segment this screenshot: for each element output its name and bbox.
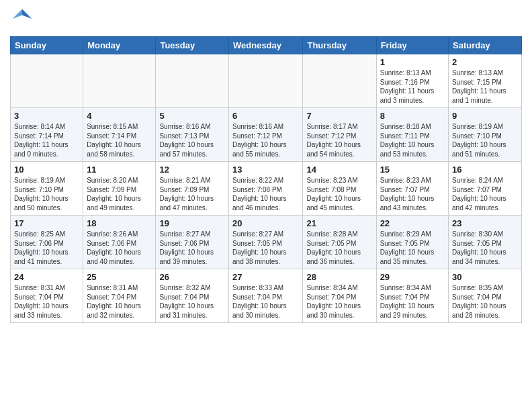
svg-marker-0 <box>22 9 32 19</box>
calendar-day-cell: 2Sunrise: 8:13 AM Sunset: 7:15 PM Daylig… <box>449 54 522 108</box>
day-number: 9 <box>452 111 518 121</box>
day-number: 26 <box>159 272 225 282</box>
day-number: 8 <box>380 111 445 121</box>
day-number: 23 <box>452 218 518 228</box>
day-number: 7 <box>306 111 372 121</box>
day-info: Sunrise: 8:27 AM Sunset: 7:05 PM Dayligh… <box>232 230 299 266</box>
day-info: Sunrise: 8:26 AM Sunset: 7:06 PM Dayligh… <box>87 230 152 266</box>
day-number: 24 <box>14 272 79 282</box>
calendar-day-cell: 27Sunrise: 8:33 AM Sunset: 7:04 PM Dayli… <box>229 269 303 323</box>
day-info: Sunrise: 8:15 AM Sunset: 7:14 PM Dayligh… <box>87 122 152 158</box>
day-number: 30 <box>452 272 518 282</box>
day-number: 4 <box>87 111 152 121</box>
day-info: Sunrise: 8:19 AM Sunset: 7:10 PM Dayligh… <box>14 176 79 212</box>
calendar-day-cell: 11Sunrise: 8:20 AM Sunset: 7:09 PM Dayli… <box>83 162 156 216</box>
calendar-day-header: Monday <box>83 37 156 54</box>
day-number: 5 <box>159 111 225 121</box>
logo-icon <box>10 7 34 31</box>
day-info: Sunrise: 8:34 AM Sunset: 7:04 PM Dayligh… <box>306 283 372 320</box>
day-info: Sunrise: 8:20 AM Sunset: 7:09 PM Dayligh… <box>87 176 152 212</box>
day-number: 1 <box>380 57 445 67</box>
calendar-day-cell: 1Sunrise: 8:13 AM Sunset: 7:16 PM Daylig… <box>376 54 448 108</box>
svg-marker-1 <box>13 9 22 19</box>
day-number: 6 <box>232 111 299 121</box>
calendar-day-cell: 13Sunrise: 8:22 AM Sunset: 7:08 PM Dayli… <box>229 162 303 216</box>
calendar-week-row: 24Sunrise: 8:31 AM Sunset: 7:04 PM Dayli… <box>11 269 522 323</box>
calendar-day-cell: 24Sunrise: 8:31 AM Sunset: 7:04 PM Dayli… <box>11 269 83 323</box>
day-number: 19 <box>159 218 225 228</box>
day-number: 11 <box>87 165 152 175</box>
calendar-day-cell: 29Sunrise: 8:34 AM Sunset: 7:04 PM Dayli… <box>376 269 448 323</box>
calendar-day-cell: 17Sunrise: 8:25 AM Sunset: 7:06 PM Dayli… <box>11 216 83 269</box>
day-number: 25 <box>87 272 152 282</box>
calendar-day-cell: 18Sunrise: 8:26 AM Sunset: 7:06 PM Dayli… <box>83 216 156 269</box>
calendar-day-cell: 14Sunrise: 8:23 AM Sunset: 7:08 PM Dayli… <box>303 162 376 216</box>
calendar-day-header: Thursday <box>303 37 376 54</box>
calendar-day-header: Friday <box>376 37 448 54</box>
day-info: Sunrise: 8:16 AM Sunset: 7:13 PM Dayligh… <box>159 122 225 158</box>
calendar-day-cell: 7Sunrise: 8:17 AM Sunset: 7:12 PM Daylig… <box>303 108 376 162</box>
day-info: Sunrise: 8:30 AM Sunset: 7:05 PM Dayligh… <box>452 230 518 266</box>
day-number: 29 <box>380 272 445 282</box>
calendar-week-row: 3Sunrise: 8:14 AM Sunset: 7:14 PM Daylig… <box>11 108 522 162</box>
day-info: Sunrise: 8:22 AM Sunset: 7:08 PM Dayligh… <box>232 176 299 212</box>
page: SundayMondayTuesdayWednesdayThursdayFrid… <box>0 0 532 330</box>
day-number: 28 <box>306 272 372 282</box>
calendar-day-cell: 26Sunrise: 8:32 AM Sunset: 7:04 PM Dayli… <box>156 269 229 323</box>
calendar-day-cell: 8Sunrise: 8:18 AM Sunset: 7:11 PM Daylig… <box>376 108 448 162</box>
calendar-day-cell: 15Sunrise: 8:23 AM Sunset: 7:07 PM Dayli… <box>376 162 448 216</box>
calendar-week-row: 10Sunrise: 8:19 AM Sunset: 7:10 PM Dayli… <box>11 162 522 216</box>
day-info: Sunrise: 8:14 AM Sunset: 7:14 PM Dayligh… <box>14 122 79 158</box>
calendar-day-cell <box>11 54 83 108</box>
day-number: 22 <box>380 218 445 228</box>
calendar-day-cell: 19Sunrise: 8:27 AM Sunset: 7:06 PM Dayli… <box>156 216 229 269</box>
calendar-day-header: Wednesday <box>229 37 303 54</box>
calendar-day-cell: 25Sunrise: 8:31 AM Sunset: 7:04 PM Dayli… <box>83 269 156 323</box>
day-number: 2 <box>452 57 518 67</box>
day-info: Sunrise: 8:16 AM Sunset: 7:12 PM Dayligh… <box>232 122 299 158</box>
day-info: Sunrise: 8:28 AM Sunset: 7:05 PM Dayligh… <box>306 230 372 266</box>
day-number: 12 <box>159 165 225 175</box>
calendar-day-cell <box>83 54 156 108</box>
day-info: Sunrise: 8:33 AM Sunset: 7:04 PM Dayligh… <box>232 283 299 320</box>
day-info: Sunrise: 8:32 AM Sunset: 7:04 PM Dayligh… <box>159 283 225 320</box>
day-info: Sunrise: 8:17 AM Sunset: 7:12 PM Dayligh… <box>306 122 372 158</box>
day-number: 21 <box>306 218 372 228</box>
day-number: 13 <box>232 165 299 175</box>
calendar-day-cell: 12Sunrise: 8:21 AM Sunset: 7:09 PM Dayli… <box>156 162 229 216</box>
calendar-week-row: 17Sunrise: 8:25 AM Sunset: 7:06 PM Dayli… <box>11 216 522 269</box>
calendar-week-row: 1Sunrise: 8:13 AM Sunset: 7:16 PM Daylig… <box>11 54 522 108</box>
day-info: Sunrise: 8:19 AM Sunset: 7:10 PM Dayligh… <box>452 122 518 158</box>
calendar-day-cell <box>156 54 229 108</box>
calendar-day-cell: 20Sunrise: 8:27 AM Sunset: 7:05 PM Dayli… <box>229 216 303 269</box>
day-info: Sunrise: 8:23 AM Sunset: 7:07 PM Dayligh… <box>380 176 445 212</box>
day-info: Sunrise: 8:13 AM Sunset: 7:15 PM Dayligh… <box>452 68 518 105</box>
day-info: Sunrise: 8:34 AM Sunset: 7:04 PM Dayligh… <box>380 283 445 320</box>
calendar-day-cell: 21Sunrise: 8:28 AM Sunset: 7:05 PM Dayli… <box>303 216 376 269</box>
calendar-day-cell: 4Sunrise: 8:15 AM Sunset: 7:14 PM Daylig… <box>83 108 156 162</box>
calendar-day-cell: 22Sunrise: 8:29 AM Sunset: 7:05 PM Dayli… <box>376 216 448 269</box>
day-info: Sunrise: 8:13 AM Sunset: 7:16 PM Dayligh… <box>380 68 445 105</box>
day-info: Sunrise: 8:31 AM Sunset: 7:04 PM Dayligh… <box>14 283 79 320</box>
day-info: Sunrise: 8:18 AM Sunset: 7:11 PM Dayligh… <box>380 122 445 158</box>
calendar-day-cell: 23Sunrise: 8:30 AM Sunset: 7:05 PM Dayli… <box>449 216 522 269</box>
calendar-day-cell: 5Sunrise: 8:16 AM Sunset: 7:13 PM Daylig… <box>156 108 229 162</box>
day-number: 3 <box>14 111 79 121</box>
day-info: Sunrise: 8:35 AM Sunset: 7:04 PM Dayligh… <box>452 283 518 320</box>
calendar-day-cell: 9Sunrise: 8:19 AM Sunset: 7:10 PM Daylig… <box>449 108 522 162</box>
day-number: 27 <box>232 272 299 282</box>
header <box>10 7 522 31</box>
calendar-header-row: SundayMondayTuesdayWednesdayThursdayFrid… <box>11 37 522 54</box>
calendar-day-cell: 10Sunrise: 8:19 AM Sunset: 7:10 PM Dayli… <box>11 162 83 216</box>
calendar: SundayMondayTuesdayWednesdayThursdayFrid… <box>10 36 522 323</box>
calendar-day-header: Sunday <box>11 37 83 54</box>
day-number: 16 <box>452 165 518 175</box>
calendar-day-header: Tuesday <box>156 37 229 54</box>
calendar-day-cell: 28Sunrise: 8:34 AM Sunset: 7:04 PM Dayli… <box>303 269 376 323</box>
calendar-day-cell <box>303 54 376 108</box>
day-info: Sunrise: 8:24 AM Sunset: 7:07 PM Dayligh… <box>452 176 518 212</box>
day-info: Sunrise: 8:31 AM Sunset: 7:04 PM Dayligh… <box>87 283 152 320</box>
day-number: 18 <box>87 218 152 228</box>
calendar-day-cell: 3Sunrise: 8:14 AM Sunset: 7:14 PM Daylig… <box>11 108 83 162</box>
calendar-day-cell <box>229 54 303 108</box>
